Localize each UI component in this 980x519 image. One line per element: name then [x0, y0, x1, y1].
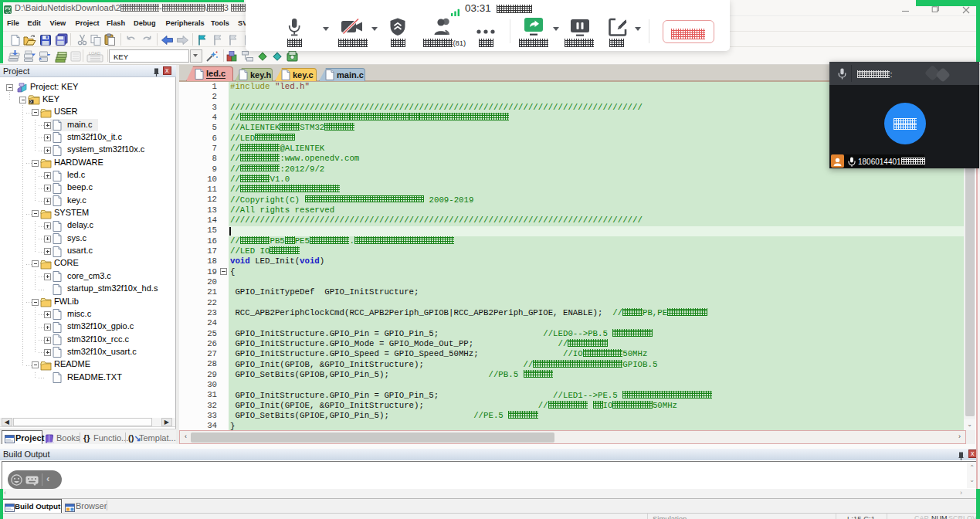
svg-text:LOAD: LOAD: [89, 50, 100, 55]
